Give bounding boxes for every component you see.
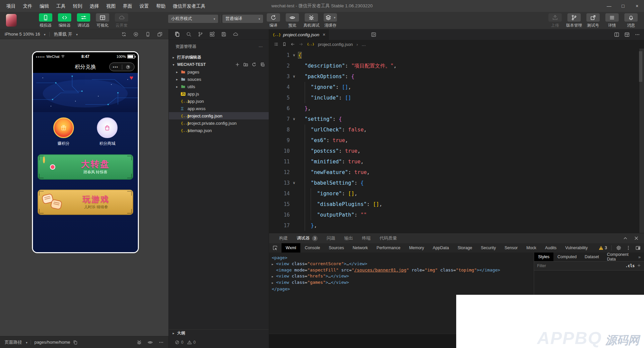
menu-item-5[interactable]: 选择 bbox=[86, 0, 103, 12]
devtools-tab-appdata[interactable]: AppData bbox=[429, 243, 454, 253]
record-icon[interactable] bbox=[133, 32, 139, 37]
user-avatar[interactable] bbox=[6, 14, 17, 27]
breadcrumb-file[interactable]: project.config.json bbox=[318, 42, 353, 47]
menu-item-6[interactable]: 视图 bbox=[103, 0, 119, 12]
toolbar-button-测试号[interactable]: 测试号 bbox=[585, 13, 601, 28]
outline-list-icon[interactable] bbox=[274, 42, 278, 47]
more-icon[interactable]: ··· bbox=[259, 44, 263, 49]
windows-icon[interactable] bbox=[157, 32, 162, 37]
eye-icon[interactable] bbox=[148, 340, 153, 345]
inspect-element-icon[interactable] bbox=[269, 243, 281, 253]
fold-icon[interactable]: ∨ bbox=[290, 71, 298, 82]
devtools-tab-mock[interactable]: Mock bbox=[522, 243, 541, 253]
more-icon[interactable] bbox=[635, 32, 640, 37]
toolbar-button-编译[interactable]: 编译 bbox=[265, 13, 282, 28]
cls-toggle[interactable]: .cls bbox=[623, 263, 637, 268]
cloud-icon[interactable] bbox=[233, 32, 238, 37]
maximize-button[interactable]: □ bbox=[616, 0, 630, 12]
devtools-tab-sensor[interactable]: Sensor bbox=[500, 243, 522, 253]
add-style-icon[interactable] bbox=[637, 263, 644, 268]
file-utils[interactable]: ▸utils bbox=[169, 83, 269, 90]
kebab-menu-icon[interactable] bbox=[626, 245, 631, 251]
device-icon[interactable] bbox=[145, 32, 151, 37]
files-icon[interactable] bbox=[174, 32, 180, 37]
toolbar-button-云开发[interactable]: 云开发 bbox=[113, 13, 130, 28]
toolbar-button-调试器[interactable]: 调试器 bbox=[75, 13, 92, 28]
settings-gear-icon[interactable] bbox=[616, 245, 621, 251]
nav-forward-icon[interactable] bbox=[299, 42, 303, 47]
expand-arrow-icon[interactable]: ▶ bbox=[272, 274, 276, 280]
editor-scrollbar[interactable] bbox=[639, 50, 643, 230]
compile-mode-select[interactable]: 普通编译▾ bbox=[222, 15, 263, 23]
close-button[interactable]: × bbox=[630, 0, 644, 12]
heart-icon[interactable]: ♥ bbox=[130, 75, 133, 81]
styles-tab-computed[interactable]: Computed bbox=[553, 253, 581, 261]
branch-icon[interactable] bbox=[198, 32, 203, 37]
menu-item-2[interactable]: 编辑 bbox=[36, 0, 53, 12]
toolbar-button-可视化[interactable]: 可视化 bbox=[94, 13, 111, 28]
more-icon[interactable] bbox=[159, 340, 164, 345]
new-folder-icon[interactable] bbox=[243, 62, 248, 67]
problems-status[interactable]: 0 0 bbox=[169, 337, 269, 348]
toolbar-button-真机调试[interactable]: 真机调试 bbox=[303, 13, 320, 28]
dock-side-icon[interactable] bbox=[635, 245, 641, 251]
device-select[interactable]: iPhone 5 100% 16 ▾ bbox=[0, 32, 45, 37]
wxml-line-3[interactable]: ▶<view class="hrefs">…</view> bbox=[272, 273, 534, 280]
wxml-line-5[interactable]: </page> bbox=[272, 286, 534, 292]
code-editor[interactable]: 1∨{2"description": "项目配置文件。",3∨"packOpti… bbox=[269, 49, 639, 234]
overflow-chevron-icon[interactable]: » bbox=[638, 253, 644, 261]
game-banner[interactable]: 玩游戏 儿时乐 猜猜拳 bbox=[38, 190, 133, 215]
collapse-sidebar-icon[interactable] bbox=[371, 32, 376, 38]
menu-item-8[interactable]: 设置 bbox=[136, 0, 153, 12]
wxml-line-0[interactable]: <page> bbox=[272, 255, 534, 261]
styles-tab-styles[interactable]: Styles bbox=[534, 253, 553, 261]
toolbar-button-上传[interactable]: 上传 bbox=[547, 13, 563, 28]
open-editors-section[interactable]: ▸ 打开的编辑器 bbox=[169, 54, 269, 61]
debugger-tab-调试器[interactable]: 调试器3 bbox=[297, 235, 318, 241]
nav-back-icon[interactable] bbox=[290, 42, 295, 47]
toolbar-button-详情[interactable]: 详情 bbox=[604, 13, 620, 28]
file-app.js[interactable]: JSapp.js bbox=[169, 90, 269, 97]
mode-select[interactable]: 小程序模式▾ bbox=[168, 15, 218, 23]
devtools-tab-network[interactable]: Network bbox=[348, 243, 372, 253]
debugger-tab-问题[interactable]: 问题 bbox=[327, 235, 335, 241]
debugger-tab-代码质量[interactable]: 代码质量 bbox=[380, 235, 397, 241]
debug-icon[interactable] bbox=[137, 340, 142, 345]
file-app.json[interactable]: {..}app.json bbox=[169, 97, 269, 105]
menu-item-0[interactable]: 项目 bbox=[3, 0, 19, 12]
file-sitemap.json[interactable]: {..}sitemap.json bbox=[169, 127, 269, 134]
wxml-line-4[interactable]: ▶<view class="games">…</view> bbox=[272, 279, 534, 286]
file-project.private.config.json[interactable]: {..}project.private.config.json bbox=[169, 119, 269, 127]
menu-item-3[interactable]: 工具 bbox=[53, 0, 69, 12]
collapse-all-icon[interactable] bbox=[260, 62, 265, 67]
rotate-icon[interactable] bbox=[121, 32, 127, 37]
tab-project-config-json[interactable]: {..} project.config.json × bbox=[269, 29, 329, 40]
file-pages[interactable]: ▸pages bbox=[169, 68, 269, 76]
menu-item-9[interactable]: 帮助 bbox=[153, 0, 169, 12]
collapse-panel-icon[interactable] bbox=[623, 236, 628, 241]
toolbar-button-消息[interactable]: 消息 bbox=[623, 13, 639, 28]
close-panel-icon[interactable] bbox=[634, 236, 639, 241]
bookmark-icon[interactable] bbox=[282, 42, 287, 47]
devtools-tab-sources[interactable]: Sources bbox=[324, 243, 348, 253]
file-souces[interactable]: ▸souces bbox=[169, 76, 269, 83]
debugger-tab-输出[interactable]: 输出 bbox=[344, 235, 353, 241]
toolbar-button-模拟器[interactable]: 模拟器 bbox=[37, 13, 54, 28]
toolbar-button-编辑器[interactable]: 编辑器 bbox=[56, 13, 73, 28]
toolbar-button-预览[interactable]: 预览 bbox=[284, 13, 301, 28]
devtools-tab-audits[interactable]: Audits bbox=[541, 243, 561, 253]
minimize-button[interactable]: — bbox=[602, 0, 616, 12]
devtools-tab-console[interactable]: Console bbox=[300, 243, 324, 253]
devtools-tab-wxml[interactable]: Wxml bbox=[281, 243, 300, 253]
more-icon[interactable]: ••• bbox=[110, 65, 122, 69]
copy-icon[interactable] bbox=[73, 340, 78, 345]
wheel-banner[interactable]: 大转盘 踏春风 转惊喜 bbox=[38, 154, 133, 180]
devtools-tab-vulnerability[interactable]: Vulnerability bbox=[561, 243, 592, 253]
breadcrumb-more[interactable]: … bbox=[362, 42, 366, 47]
devtools-tab-security[interactable]: Security bbox=[477, 243, 500, 253]
debugger-tab-构建[interactable]: 构建 bbox=[279, 235, 288, 241]
devtools-tab-performance[interactable]: Performance bbox=[372, 243, 405, 253]
shortcut-points-mall[interactable]: 积分商城 bbox=[97, 117, 118, 146]
path-label-dropdown[interactable]: 页面路径 ▾ bbox=[5, 339, 27, 345]
project-root-section[interactable]: ▾ WECHAT-TEST bbox=[169, 61, 269, 68]
